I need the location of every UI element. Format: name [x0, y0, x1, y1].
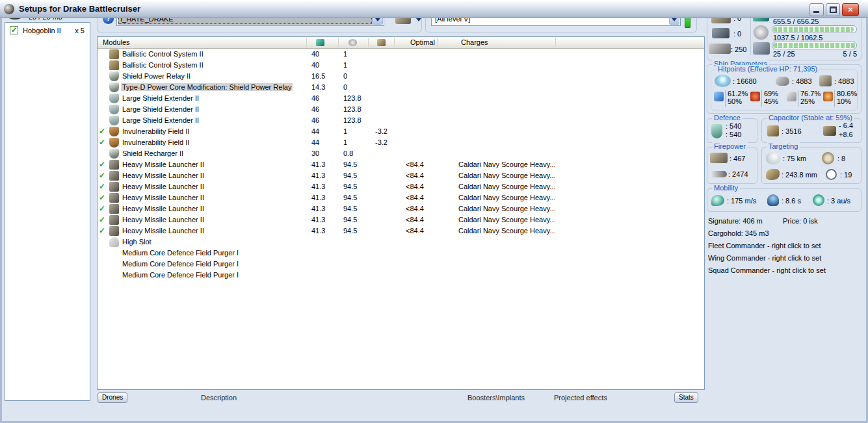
module-cpu-value: 41.3: [311, 216, 337, 224]
squad-commander-line[interactable]: Squad Commander - right click to set: [708, 266, 826, 274]
fit-menu-chevron-down-icon[interactable]: [416, 18, 421, 21]
module-name: Large Shield Extender II: [122, 94, 199, 102]
module-row[interactable]: Medium Core Defence Field Purger I: [98, 248, 704, 259]
divider: [725, 90, 726, 107]
shield-hp-icon: [715, 75, 731, 87]
thermal-resist-values: 69%45%: [764, 90, 778, 105]
fleet-commander-line[interactable]: Fleet Commander - right click to set: [708, 242, 821, 250]
kinetic-resist-values: 76.7%25%: [800, 90, 821, 105]
price-value: Price: 0 isk: [783, 217, 818, 225]
module-charges-value: Caldari Navy Scourge Heavy...: [458, 172, 555, 179]
shield-recharge-value: : 540: [726, 122, 741, 130]
module-row[interactable]: Medium Core Defence Field Purger I: [98, 259, 704, 270]
module-row[interactable]: ✓Heavy Missile Launcher II41.394.5<84.4C…: [98, 181, 704, 192]
max-velocity-value: : 175 m/s: [727, 197, 756, 205]
module-name: Heavy Missile Launcher II: [122, 183, 204, 190]
tab-drones[interactable]: Drones: [98, 392, 127, 403]
kinetic-resist-icon: [787, 92, 796, 101]
module-row[interactable]: Ballistic Control System II401: [98, 49, 704, 60]
module-name: Shield Power Relay II: [122, 72, 191, 80]
module-optimal-value: <84.4: [406, 205, 438, 212]
module-cpu-value: 41.3: [311, 172, 337, 179]
powergrid-column-icon[interactable]: [349, 39, 357, 46]
tab-boosters-implants[interactable]: Boosters\Implants: [467, 394, 525, 402]
fitted-check-icon: ✓: [99, 182, 108, 191]
module-row[interactable]: Medium Core Defence Field Purger I: [98, 270, 704, 281]
sensor-strength-value: : 8: [837, 155, 845, 162]
minimize-button[interactable]: [809, 3, 824, 16]
maximize-button[interactable]: [826, 3, 840, 16]
module-name: Heavy Missile Launcher II: [122, 194, 204, 201]
shield-hp-value: : 16680: [733, 77, 757, 85]
module-pg-value: 94.5: [343, 160, 369, 168]
modules-column-header[interactable]: Modules: [103, 38, 130, 46]
module-cap-value: -3.2: [363, 127, 388, 135]
tab-projected-effects[interactable]: Projected effects: [554, 394, 607, 402]
align-time-value: : 8.6 s: [782, 197, 801, 205]
module-row[interactable]: ✓Invulnerability Field II441-3.2: [98, 126, 704, 137]
firepower-group: Firepower : 467 : 2474: [707, 147, 757, 184]
missile-launcher-icon: [109, 226, 119, 236]
powergrid-bar-fill: [773, 27, 854, 32]
module-charges-value: Caldari Navy Scourge Heavy...: [458, 216, 555, 224]
module-row[interactable]: Large Shield Extender II46123.8: [98, 104, 704, 115]
module-optimal-value: <84.4: [406, 194, 438, 201]
hull-hp-icon: [819, 75, 832, 86]
sensor-strength-icon: [822, 152, 834, 164]
module-row[interactable]: ✓Heavy Missile Launcher II41.394.5<84.4C…: [98, 214, 704, 225]
explosive-armor-resist: 10%: [837, 97, 851, 105]
optimal-column-header[interactable]: Optimal: [410, 38, 435, 46]
module-cpu-value: 40: [311, 61, 337, 69]
wing-commander-line[interactable]: Wing Commander - right click to set: [708, 254, 821, 262]
module-row[interactable]: ✓Heavy Missile Launcher II41.394.5<84.4C…: [98, 192, 704, 203]
fitted-check-icon: ✓: [99, 215, 108, 224]
module-row[interactable]: Shield Power Relay II16.50: [98, 71, 704, 82]
shield-power-relay-icon: [109, 71, 119, 81]
powergrid-usage-value: 1037.5 / 1062.5: [773, 34, 822, 42]
module-row[interactable]: High Slot: [98, 237, 704, 248]
thermal-armor-resist: 45%: [764, 97, 778, 105]
cpu-column-icon[interactable]: [316, 39, 324, 46]
missile-launcher-icon: [109, 160, 119, 170]
thermal-resist: 69%45%: [750, 90, 785, 108]
window-title: Setups for Drake Battlecruiser: [19, 4, 140, 14]
close-button[interactable]: ×: [842, 3, 859, 16]
capacitor-column-icon[interactable]: [377, 39, 386, 46]
invulnerability-field-icon: [109, 138, 119, 147]
module-pg-value: 94.5: [343, 227, 369, 235]
module-row[interactable]: ✓Heavy Missile Launcher II41.394.5<84.4C…: [98, 203, 704, 214]
column-separator: [368, 38, 369, 47]
shield-extender-icon: [109, 116, 119, 125]
tab-description[interactable]: Description: [201, 394, 237, 402]
module-row[interactable]: Large Shield Extender II46123.8: [98, 93, 704, 104]
module-pg-value: 94.5: [343, 194, 369, 201]
module-row[interactable]: ✓Heavy Missile Launcher II41.394.5<84.4C…: [98, 225, 704, 237]
module-name: Medium Core Defence Field Purger I: [122, 260, 239, 268]
column-separator: [394, 38, 395, 47]
module-row[interactable]: ✓Invulnerability Field II441-3.2: [98, 137, 704, 148]
module-charges-value: Caldari Navy Scourge Heavy...: [458, 160, 555, 168]
charges-column-header[interactable]: Charges: [461, 38, 488, 46]
firepower-label: Firepower: [712, 142, 748, 150]
module-row[interactable]: ✓Heavy Missile Launcher II41.394.5<84.4C…: [98, 159, 704, 170]
shield-recharger-icon: [109, 149, 119, 159]
module-pg-value: 0: [343, 83, 369, 91]
tab-stats[interactable]: Stats: [674, 392, 698, 403]
column-separator: [437, 38, 438, 47]
module-row[interactable]: ✓Heavy Missile Launcher II41.394.5<84.4C…: [98, 170, 704, 181]
module-optimal-value: <84.4: [406, 183, 438, 190]
module-row[interactable]: Shield Recharger II300.8: [98, 148, 704, 159]
module-name: Heavy Missile Launcher II: [122, 227, 204, 235]
max-targets-value: : 19: [840, 171, 852, 179]
module-row[interactable]: Ballistic Control System II401: [98, 60, 704, 71]
drone-checkbox[interactable]: ✓: [10, 26, 18, 34]
kinetic-armor-resist: 25%: [800, 97, 815, 105]
module-row[interactable]: Type-D Power Core Modification: Shield P…: [98, 82, 704, 93]
column-separator: [338, 38, 339, 47]
module-charges-value: Caldari Navy Scourge Heavy...: [458, 227, 555, 235]
drone-slots-value: 5 / 5: [824, 50, 857, 58]
drone-list[interactable]: ✓ Hobgoblin II x 5: [5, 22, 90, 401]
capacitor-group: Capacitor (Stable at: 59%) : 3516 - 6.4 …: [761, 118, 861, 143]
targeting-range-value: : 75 km: [783, 155, 806, 162]
module-row[interactable]: Large Shield Extender II46123.8: [98, 115, 704, 126]
